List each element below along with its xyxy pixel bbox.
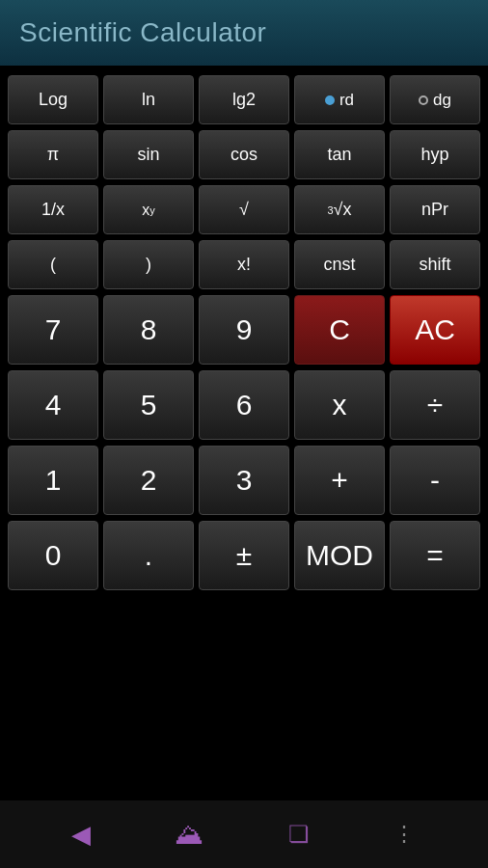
2-button[interactable]: 2: [103, 446, 194, 515]
rd-button[interactable]: rd: [294, 75, 385, 124]
lg2-button[interactable]: lg2: [199, 75, 289, 124]
npr-button[interactable]: nPr: [390, 185, 480, 234]
equals-button[interactable]: =: [390, 521, 480, 590]
tan-button[interactable]: tan: [294, 130, 385, 179]
rd-radio-icon: [325, 95, 335, 105]
navigation-bar: ◀ ⛰ ❏ ⋮: [0, 800, 488, 868]
9-button[interactable]: 9: [199, 295, 289, 365]
factorial-button[interactable]: x!: [199, 240, 289, 289]
all-clear-button[interactable]: AC: [390, 295, 480, 365]
pi-button[interactable]: π: [8, 130, 98, 179]
clear-button[interactable]: C: [294, 295, 385, 365]
rd-label: rd: [339, 91, 354, 110]
row-6: 4 5 6 x ÷: [8, 370, 480, 440]
4-button[interactable]: 4: [8, 370, 98, 440]
cos-button[interactable]: cos: [199, 130, 289, 179]
sqrt-button[interactable]: √: [199, 185, 289, 234]
subtract-button[interactable]: -: [390, 446, 480, 515]
8-button[interactable]: 8: [103, 295, 194, 365]
row-1: Log ln lg2 rd dg: [8, 75, 480, 124]
cbrt-sup: 3: [327, 204, 333, 216]
pow-button[interactable]: xy: [103, 185, 194, 234]
calculator-body: Log ln lg2 rd dg π sin cos tan hyp 1/x x…: [0, 66, 488, 800]
row-2: π sin cos tan hyp: [8, 130, 480, 179]
0-button[interactable]: 0: [8, 521, 98, 590]
app-header: Scientific Calculator: [0, 0, 488, 66]
ln-button[interactable]: ln: [103, 75, 194, 124]
divide-button[interactable]: ÷: [390, 370, 480, 440]
cbrt-button[interactable]: 3√x: [294, 185, 385, 234]
sin-button[interactable]: sin: [103, 130, 194, 179]
shift-button[interactable]: shift: [390, 240, 480, 289]
row-8: 0 . ± MOD =: [8, 521, 480, 590]
row-4: ( ) x! cnst shift: [8, 240, 480, 289]
dg-radio-icon: [419, 95, 428, 105]
dg-button[interactable]: dg: [390, 75, 480, 124]
back-icon[interactable]: ◀: [71, 820, 91, 850]
lparen-button[interactable]: (: [8, 240, 98, 289]
row-7: 1 2 3 + -: [8, 446, 480, 515]
home-icon[interactable]: ⛰: [175, 818, 203, 851]
3-button[interactable]: 3: [199, 446, 289, 515]
inv-button[interactable]: 1/x: [8, 185, 98, 234]
multiply-button[interactable]: x: [294, 370, 385, 440]
1-button[interactable]: 1: [8, 446, 98, 515]
pow-superscript: y: [149, 204, 155, 216]
row-3: 1/x xy √ 3√x nPr: [8, 185, 480, 234]
decimal-button[interactable]: .: [103, 521, 194, 590]
log-button[interactable]: Log: [8, 75, 98, 124]
plusminus-button[interactable]: ±: [199, 521, 289, 590]
cnst-button[interactable]: cnst: [294, 240, 385, 289]
5-button[interactable]: 5: [103, 370, 194, 440]
add-button[interactable]: +: [294, 446, 385, 515]
dg-label: dg: [433, 91, 451, 110]
7-button[interactable]: 7: [8, 295, 98, 365]
row-5: 7 8 9 C AC: [8, 295, 480, 365]
rparen-button[interactable]: ): [103, 240, 194, 289]
recent-apps-icon[interactable]: ❏: [288, 821, 310, 848]
6-button[interactable]: 6: [199, 370, 289, 440]
mod-button[interactable]: MOD: [294, 521, 385, 590]
hyp-button[interactable]: hyp: [390, 130, 480, 179]
app-title: Scientific Calculator: [19, 17, 266, 48]
more-options-icon[interactable]: ⋮: [393, 822, 417, 847]
